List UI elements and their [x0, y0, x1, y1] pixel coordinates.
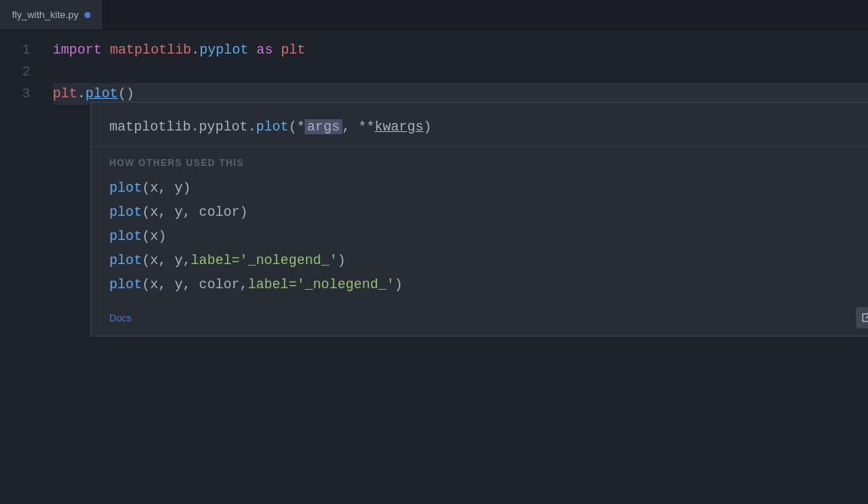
usage-item-1[interactable]: plot(x, y) [91, 176, 868, 200]
token-pyplot: pyplot [199, 39, 248, 61]
code-line-2 [53, 61, 868, 83]
keyword-as: as [256, 39, 273, 61]
sig-func: plot [256, 119, 288, 134]
sig-module: matplotlib.pyplot. [109, 119, 256, 134]
usage-item-2[interactable]: plot(x, y, color) [91, 200, 868, 224]
tab-modified-dot [84, 12, 90, 18]
code-line-1: import matplotlib . pyplot as plt [53, 39, 868, 61]
editor-area: 1 2 3 import matplotlib . pyplot as plt … [0, 30, 868, 504]
external-link-icon [860, 312, 868, 324]
line-number-2: 2 [0, 61, 30, 83]
how-others-used-label: HOW OTHERS USED THIS [91, 158, 868, 176]
token-plt: plt [281, 39, 305, 61]
line-numbers: 1 2 3 [0, 30, 45, 504]
code-editor[interactable]: import matplotlib . pyplot as plt plt . … [45, 30, 868, 504]
token-plt-call: plt [53, 83, 77, 105]
usage-item-3[interactable]: plot(x) [91, 224, 868, 248]
line-number-1: 1 [0, 39, 30, 61]
usage-item-4[interactable]: plot(x, y, label='_nolegend_') [91, 248, 868, 272]
tab-bar: fly_with_kite.py [0, 0, 868, 30]
tab-filename: fly_with_kite.py [12, 9, 78, 20]
sig-kwargs: kwargs [375, 119, 424, 134]
token-matplotlib: matplotlib [110, 39, 192, 61]
tab-fly-with-kite[interactable]: fly_with_kite.py [0, 0, 103, 29]
autocomplete-panel: matplotlib.pyplot.plot(*args, **kwargs) … [90, 102, 868, 337]
docs-footer: Docs [91, 301, 868, 328]
docs-icon[interactable] [856, 307, 868, 328]
keyword-import: import [53, 39, 102, 61]
docs-link[interactable]: Docs [109, 312, 132, 324]
line-number-3: 3 [0, 83, 30, 105]
signature-line: matplotlib.pyplot.plot(*args, **kwargs) [91, 115, 868, 147]
usage-item-5[interactable]: plot(x, y, color, label='_nolegend_') [91, 272, 868, 297]
sig-args-highlight: args [305, 119, 342, 134]
